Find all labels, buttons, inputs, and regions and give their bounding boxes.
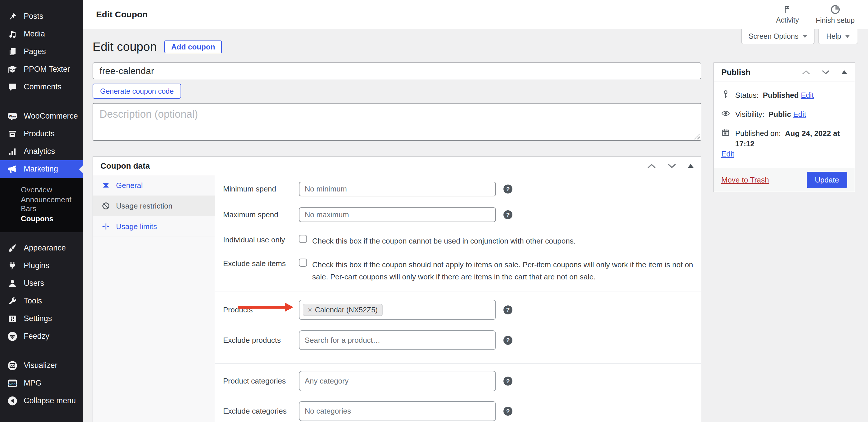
sidebar-item-comments[interactable]: Comments	[0, 78, 83, 96]
help-tip-icon[interactable]: ?	[503, 185, 513, 194]
submenu-item-label: Coupons	[21, 214, 54, 223]
visibility-edit-link[interactable]: Edit	[793, 110, 806, 119]
products-select-field[interactable]: × Calendar (NX52Z5)	[299, 300, 496, 320]
collapse-panel-icon[interactable]	[688, 164, 693, 168]
calendar-icon	[721, 128, 730, 137]
submenu-item-label: Announcement Bars	[21, 195, 83, 213]
help-tab[interactable]: Help	[818, 29, 858, 44]
sidebar-item-label: Products	[24, 129, 55, 138]
pages-icon	[7, 46, 18, 57]
move-down-icon[interactable]	[668, 163, 676, 169]
sidebar-item-visualizer[interactable]: Visualizer	[0, 357, 83, 374]
visibility-row: Visibility: Public Edit	[735, 109, 806, 120]
help-tip-icon[interactable]: ?	[503, 407, 513, 416]
sidebar-item-label: MPG	[24, 379, 42, 388]
sidebar-item-plugins[interactable]: Plugins	[0, 257, 83, 274]
coupon-description-textarea[interactable]	[93, 103, 701, 141]
minimum-spend-input[interactable]	[299, 182, 496, 196]
sidebar-item-label: Analytics	[24, 147, 55, 156]
screen-options-tab[interactable]: Screen Options	[741, 29, 814, 44]
collapse-panel-icon[interactable]	[841, 70, 847, 74]
section-divider	[215, 363, 701, 364]
tab-general[interactable]: General	[93, 175, 215, 196]
move-up-icon[interactable]	[647, 163, 656, 169]
sidebar-item-marketing[interactable]: Marketing	[0, 160, 83, 178]
update-button[interactable]: Update	[807, 172, 847, 188]
sidebar-item-collapse-menu[interactable]: Collapse menu	[0, 392, 83, 410]
sidebar-item-label: Tools	[24, 296, 42, 305]
sidebar-item-woocommerce[interactable]: Woo WooCommerce	[0, 107, 83, 125]
collapse-menu-icon	[7, 395, 18, 407]
publish-title: Publish	[721, 68, 750, 77]
sidebar-item-products[interactable]: Products	[0, 125, 83, 142]
sidebar-item-users[interactable]: Users	[0, 274, 83, 292]
screen-options-label: Screen Options	[748, 32, 798, 40]
comment-icon	[7, 82, 18, 93]
help-tip-icon[interactable]: ?	[503, 336, 513, 345]
sidebar-item-mpg[interactable]: «MPG» MPG	[0, 374, 83, 392]
chevron-down-icon	[845, 35, 850, 38]
status-key-icon	[721, 90, 730, 99]
maximum-spend-input[interactable]	[299, 207, 496, 222]
generate-coupon-code-button[interactable]: Generate coupon code	[93, 84, 181, 99]
move-down-icon[interactable]	[822, 70, 830, 75]
sidebar-item-label: Pages	[24, 47, 46, 56]
minimum-spend-label: Minimum spend	[223, 185, 299, 194]
sidebar-item-tools[interactable]: Tools	[0, 292, 83, 310]
finish-setup-label: Finish setup	[816, 16, 855, 25]
tab-usage-restriction[interactable]: Usage restriction	[93, 196, 215, 216]
sidebar-item-label: Posts	[24, 12, 43, 21]
exclude-sale-items-checkbox[interactable]	[299, 259, 307, 267]
help-label: Help	[826, 32, 841, 40]
move-to-trash-link[interactable]: Move to Trash	[721, 175, 769, 185]
sidebar-item-appearance[interactable]: Appearance	[0, 239, 83, 257]
sidebar-item-label: Feedzy	[24, 332, 50, 341]
chevron-down-icon	[803, 35, 807, 38]
appearance-icon	[7, 243, 18, 254]
exclude-sale-items-description: Check this box if the coupon should not …	[312, 259, 701, 283]
tab-usage-limits[interactable]: Usage limits	[93, 216, 215, 237]
sidebar-item-label: WooCommerce	[24, 111, 78, 121]
exclude-categories-input[interactable]	[299, 401, 496, 421]
move-up-icon[interactable]	[802, 70, 810, 75]
sidebar-item-feedzy[interactable]: Feedzy	[0, 327, 83, 345]
help-tip-icon[interactable]: ?	[503, 377, 513, 386]
page-title: Edit Coupon	[96, 9, 148, 20]
sidebar-item-media[interactable]: Media	[0, 25, 83, 43]
annotation-arrow	[238, 302, 293, 312]
sidebar-item-label: Comments	[24, 83, 62, 91]
sidebar-item-label: Visualizer	[24, 361, 58, 370]
status-edit-link[interactable]: Edit	[801, 91, 814, 99]
svg-text:Woo: Woo	[9, 114, 16, 118]
sidebar-item-analytics[interactable]: Analytics	[0, 142, 83, 160]
usage-restriction-form: Minimum spend ? Maximum spend ? Individu…	[215, 175, 701, 422]
published-on-edit-link[interactable]: Edit	[721, 150, 734, 158]
submenu-item-announcement-bars[interactable]: Announcement Bars	[0, 197, 83, 212]
activity-button[interactable]: Activity	[776, 5, 799, 24]
finish-setup-button[interactable]: Finish setup	[816, 5, 855, 25]
help-tip-icon[interactable]: ?	[503, 305, 513, 315]
exclude-products-input[interactable]	[299, 330, 496, 350]
sidebar-item-settings[interactable]: Settings	[0, 310, 83, 327]
coupon-code-input[interactable]	[93, 63, 701, 79]
submenu-item-coupons[interactable]: Coupons	[0, 212, 83, 226]
analytics-icon	[7, 146, 18, 157]
add-coupon-button[interactable]: Add coupon	[164, 40, 222, 53]
settings-icon	[7, 313, 18, 324]
sidebar-item-posts[interactable]: Posts	[0, 7, 83, 25]
sidebar-item-pages[interactable]: Pages	[0, 43, 83, 60]
marketing-submenu: Overview Announcement Bars Coupons	[0, 178, 83, 232]
status-row: Status: Published Edit	[735, 90, 814, 100]
individual-use-checkbox[interactable]	[299, 235, 307, 243]
published-on-label: Published on:	[735, 129, 781, 138]
product-categories-input[interactable]	[299, 371, 496, 391]
edit-coupon-page: Posts Media Pages PPOM Texter Comments	[0, 0, 868, 422]
sidebar-item-ppom-texter[interactable]: PPOM Texter	[0, 60, 83, 78]
remove-chip-icon[interactable]: ×	[308, 306, 312, 314]
visibility-label: Visibility:	[735, 110, 765, 119]
exclude-categories-label: Exclude categories	[223, 407, 299, 416]
submenu-item-overview[interactable]: Overview	[0, 183, 83, 197]
help-tip-icon[interactable]: ?	[503, 210, 513, 219]
products-icon	[7, 128, 18, 139]
activity-label: Activity	[776, 16, 799, 24]
